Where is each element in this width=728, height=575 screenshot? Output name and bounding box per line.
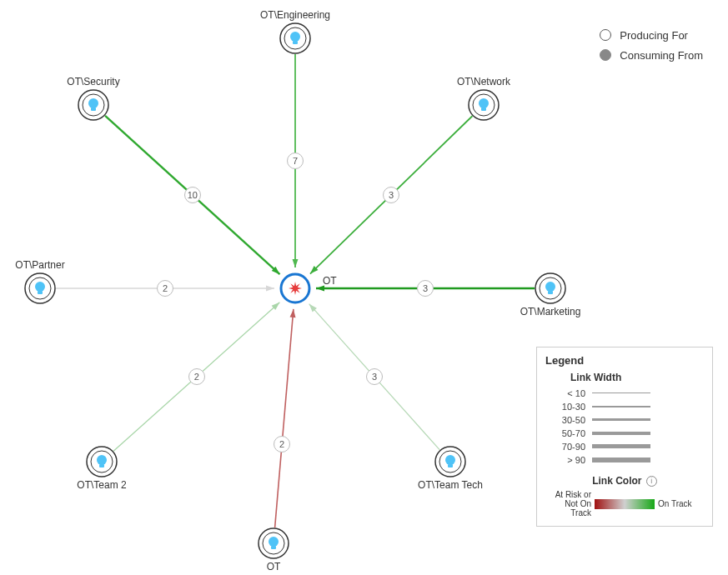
node-label: OT\Security	[67, 76, 119, 88]
legend-gradient	[595, 499, 655, 509]
legend-linkcolor-title: Link Color	[592, 475, 641, 487]
svg-point-10	[545, 282, 555, 292]
key-producing-label: Producing For	[620, 29, 688, 42]
svg-rect-19	[271, 546, 276, 549]
legend-width-line	[592, 418, 650, 421]
key-producing-row: Producing For	[600, 25, 703, 45]
edge-weight-badge: 3	[383, 187, 399, 203]
graph-node[interactable]	[25, 273, 55, 303]
legend-width-label: < 10	[545, 388, 592, 398]
edge-weight-badge: 3	[417, 280, 434, 297]
center-node[interactable]	[281, 274, 309, 302]
legend-width-line	[592, 432, 650, 435]
edge-weight-badge: 3	[366, 368, 383, 385]
graph-node[interactable]	[78, 90, 108, 120]
node-label: OT\Partner	[15, 259, 64, 271]
legend-width-line	[592, 444, 650, 448]
svg-rect-31	[91, 108, 96, 111]
graph-node[interactable]	[280, 23, 310, 53]
svg-rect-23	[99, 464, 104, 468]
legend-width-row: > 90	[545, 453, 704, 467]
edge-weight-badge: 2	[188, 368, 205, 385]
node-label: OT\Team Tech	[418, 479, 483, 491]
node-label: OT\Team 2	[77, 479, 126, 491]
legend-title: Legend	[545, 354, 704, 367]
graph-node[interactable]	[469, 90, 499, 120]
legend-width-row: 10-30	[545, 400, 704, 413]
legend-width-label: 30-50	[545, 415, 592, 425]
info-icon[interactable]: i	[646, 476, 657, 487]
legend-width-row: 70-90	[545, 440, 704, 453]
svg-point-2	[290, 32, 300, 42]
legend-box: Legend Link Width < 1010-3030-5050-7070-…	[536, 347, 713, 527]
svg-rect-7	[481, 108, 486, 111]
graph-node[interactable]	[535, 273, 565, 303]
edge-weight-badge: 2	[274, 436, 290, 452]
legend-width-label: 50-70	[545, 428, 592, 438]
graph-node[interactable]	[259, 528, 289, 558]
legend-width-label: > 90	[545, 455, 592, 465]
legend-width-label: 70-90	[545, 442, 592, 452]
legend-color-left: At Risk orNot On Track	[545, 490, 595, 518]
svg-rect-11	[548, 291, 553, 294]
node-label: OT\Engineering	[260, 9, 330, 21]
edge-weight-badge: 10	[184, 187, 201, 203]
key-consuming-label: Consuming From	[620, 49, 703, 62]
edge-weight-badge: 2	[157, 280, 173, 297]
legend-gradient-row: At Risk orNot On Track On Track	[545, 490, 704, 518]
edge-arrowhead	[293, 259, 299, 268]
svg-point-18	[269, 537, 279, 547]
legend-linkcolor-section: Link Color i At Risk orNot On Track On T…	[545, 475, 704, 518]
legend-width-row: 30-50	[545, 413, 704, 427]
svg-rect-15	[448, 464, 453, 468]
svg-point-30	[88, 98, 98, 108]
graph-node[interactable]	[435, 447, 465, 477]
edge-line	[275, 309, 294, 528]
legend-linkwidth-title: Link Width	[570, 372, 704, 383]
node-label: OT\Marketing	[520, 306, 581, 318]
legend-color-right: On Track	[655, 499, 704, 508]
svg-point-14	[445, 455, 455, 465]
svg-point-26	[35, 282, 45, 292]
svg-marker-33	[289, 282, 302, 295]
node-label: OT	[267, 561, 281, 572]
key-consuming-row: Consuming From	[600, 45, 703, 65]
edge-weight-badge: 7	[287, 152, 304, 169]
edge-arrowhead	[266, 286, 274, 292]
legend-width-line	[592, 392, 650, 393]
legend-width-line	[592, 458, 650, 462]
svg-point-22	[97, 455, 107, 465]
svg-rect-27	[38, 291, 43, 294]
center-node-label: OT	[323, 275, 337, 287]
producing-icon	[600, 29, 611, 41]
node-label: OT\Network	[457, 76, 510, 88]
relation-key: Producing For Consuming From	[600, 25, 703, 65]
legend-width-row: 50-70	[545, 427, 704, 440]
svg-rect-3	[293, 41, 298, 44]
consuming-icon	[600, 49, 611, 61]
legend-linkwidth-rows: < 1010-3030-5050-7070-90> 90	[545, 387, 704, 467]
legend-width-line	[592, 406, 650, 408]
graph-node[interactable]	[87, 447, 117, 477]
legend-width-row: < 10	[545, 387, 704, 400]
dependency-graph: Producing For Consuming From Legend Link…	[0, 0, 728, 575]
svg-point-6	[479, 98, 489, 108]
legend-width-label: 10-30	[545, 402, 592, 412]
